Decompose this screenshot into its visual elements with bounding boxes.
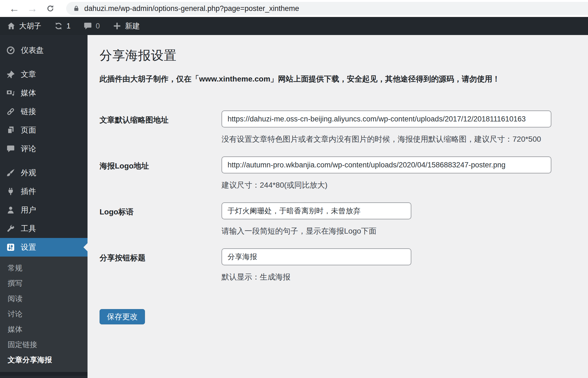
sidebar-item-links[interactable]: 链接	[0, 102, 88, 121]
back-button[interactable]: ←	[8, 2, 20, 14]
settings-icon	[6, 243, 15, 252]
sidebar-item-label: 外观	[21, 168, 36, 178]
sidebar-item-label: 设置	[21, 242, 36, 252]
settings-page: 分享海报设置 此插件由大胡子制作，仅在「www.xintheme.com」网站上…	[88, 35, 588, 378]
brush-icon	[6, 168, 15, 178]
url-text: dahuzi.me/wp-admin/options-general.php?p…	[84, 4, 299, 13]
plugin-icon	[6, 187, 15, 196]
pin-icon	[6, 70, 15, 79]
link-icon	[6, 107, 15, 116]
sidebar-item-label: 媒体	[21, 88, 36, 98]
submenu-item-discussion[interactable]: 讨论	[0, 306, 88, 322]
update-icon	[54, 21, 63, 31]
field-control: 没有设置文章特色图片或者文章内没有图片的时候，海报使用默认缩略图，建议尺寸：72…	[222, 111, 551, 144]
share-button-title-input[interactable]	[222, 248, 411, 265]
submenu-item-label: 文章分享海报	[8, 355, 52, 365]
plus-icon	[112, 21, 122, 31]
submenu-item-label: 固定链接	[8, 340, 37, 350]
wrench-icon	[6, 224, 15, 233]
admin-menu: 仪表盘 文章 媒体 链接 页面 评论	[0, 35, 88, 372]
submenu-item-reading[interactable]: 阅读	[0, 291, 88, 306]
admin-bar-site-menu[interactable]: 大胡子	[7, 21, 41, 31]
form-row-thumbnail-url: 文章默认缩略图地址 没有设置文章特色图片或者文章内没有图片的时候，海报使用默认缩…	[100, 111, 577, 144]
sidebar-item-pages[interactable]: 页面	[0, 121, 88, 139]
submenu-item-poster[interactable]: 文章分享海报	[0, 352, 88, 368]
comment-icon	[83, 21, 92, 31]
new-label: 新建	[125, 21, 140, 31]
comment-count: 0	[96, 22, 100, 30]
sidebar-item-posts[interactable]: 文章	[0, 65, 88, 84]
browser-toolbar: ← → dahuzi.me/wp-admin/options-general.p…	[0, 0, 588, 17]
dashboard-icon	[6, 46, 15, 55]
sidebar-item-settings[interactable]: 设置	[0, 238, 88, 257]
sidebar-item-label: 插件	[21, 186, 36, 197]
submenu-item-writing[interactable]: 撰写	[0, 276, 88, 291]
logo-url-input[interactable]	[222, 156, 551, 173]
forward-icon: →	[27, 3, 37, 14]
field-label: 海报Logo地址	[100, 156, 222, 190]
sidebar-bottom-strip	[0, 372, 88, 378]
page-title: 分享海报设置	[100, 47, 577, 64]
reload-button[interactable]	[44, 2, 56, 14]
pages-icon	[6, 126, 15, 135]
forward-button[interactable]: →	[26, 2, 38, 14]
form-row-share-button-title: 分享按钮标题 默认显示：生成海报	[100, 248, 577, 282]
field-help: 默认显示：生成海报	[222, 272, 411, 282]
sidebar-item-users[interactable]: 用户	[0, 201, 88, 219]
sidebar-item-media[interactable]: 媒体	[0, 84, 88, 102]
sidebar-item-label: 工具	[21, 223, 36, 234]
sidebar-item-label: 文章	[21, 69, 36, 80]
site-name: 大胡子	[19, 21, 41, 31]
sidebar-item-label: 页面	[21, 125, 36, 135]
sidebar-item-dashboard[interactable]: 仪表盘	[0, 41, 88, 60]
sidebar-item-label: 评论	[21, 144, 36, 154]
field-help: 建议尺寸：244*80(或同比放大)	[222, 180, 551, 190]
submenu-item-permalinks[interactable]: 固定链接	[0, 337, 88, 352]
settings-submenu: 常规 撰写 阅读 讨论 媒体 固定链接 文章分享海报	[0, 257, 88, 372]
home-icon	[7, 21, 16, 31]
admin-bar-comments[interactable]: 0	[83, 21, 100, 31]
submenu-item-general[interactable]: 常规	[0, 260, 88, 276]
sidebar-item-tools[interactable]: 工具	[0, 219, 88, 238]
submenu-item-label: 阅读	[8, 294, 22, 304]
sidebar-item-appearance[interactable]: 外观	[0, 164, 88, 182]
plugin-notice: 此插件由大胡子制作，仅在「www.xintheme.com」网站上面提供下载，安…	[100, 74, 577, 84]
field-control: 默认显示：生成海报	[222, 248, 411, 282]
submenu-item-label: 常规	[8, 263, 22, 273]
reload-icon	[46, 4, 55, 13]
save-changes-button[interactable]: 保存更改	[100, 309, 145, 324]
admin-sidebar: 仪表盘 文章 媒体 链接 页面 评论	[0, 35, 88, 378]
submenu-item-label: 媒体	[8, 324, 22, 334]
field-help: 请输入一段简短的句子，显示在海报Logo下面	[222, 226, 411, 236]
sidebar-item-label: 链接	[21, 106, 36, 117]
user-icon	[6, 205, 15, 215]
logo-slogan-input[interactable]	[222, 202, 411, 219]
back-icon: ←	[9, 3, 19, 14]
sidebar-item-comments[interactable]: 评论	[0, 139, 88, 158]
wp-admin-bar: 大胡子 1 0 新建	[0, 17, 588, 35]
form-row-logo-slogan: Logo标语 请输入一段简短的句子，显示在海报Logo下面	[100, 202, 577, 236]
update-count: 1	[66, 22, 71, 30]
field-label: 文章默认缩略图地址	[100, 111, 222, 144]
submenu-item-label: 撰写	[8, 278, 22, 288]
field-help: 没有设置文章特色图片或者文章内没有图片的时候，海报使用默认缩略图，建议尺寸：72…	[222, 134, 551, 144]
admin-bar-new[interactable]: 新建	[112, 21, 140, 31]
submenu-item-label: 讨论	[8, 309, 22, 319]
admin-bar-updates[interactable]: 1	[54, 21, 71, 31]
field-label: Logo标语	[100, 202, 222, 236]
sidebar-item-label: 仪表盘	[21, 45, 44, 56]
poster-settings-form: 文章默认缩略图地址 没有设置文章特色图片或者文章内没有图片的时候，海报使用默认缩…	[100, 111, 577, 324]
address-bar[interactable]: dahuzi.me/wp-admin/options-general.php?p…	[66, 2, 588, 15]
lock-icon	[73, 5, 80, 12]
field-label: 分享按钮标题	[100, 248, 222, 282]
media-icon	[6, 88, 15, 98]
comment-icon	[6, 144, 15, 153]
form-row-logo-url: 海报Logo地址 建议尺寸：244*80(或同比放大)	[100, 156, 577, 190]
submenu-item-media[interactable]: 媒体	[0, 322, 88, 337]
field-control: 请输入一段简短的句子，显示在海报Logo下面	[222, 202, 411, 236]
sidebar-item-label: 用户	[21, 205, 36, 215]
sidebar-item-plugins[interactable]: 插件	[0, 182, 88, 201]
field-control: 建议尺寸：244*80(或同比放大)	[222, 156, 551, 190]
thumbnail-url-input[interactable]	[222, 111, 551, 127]
